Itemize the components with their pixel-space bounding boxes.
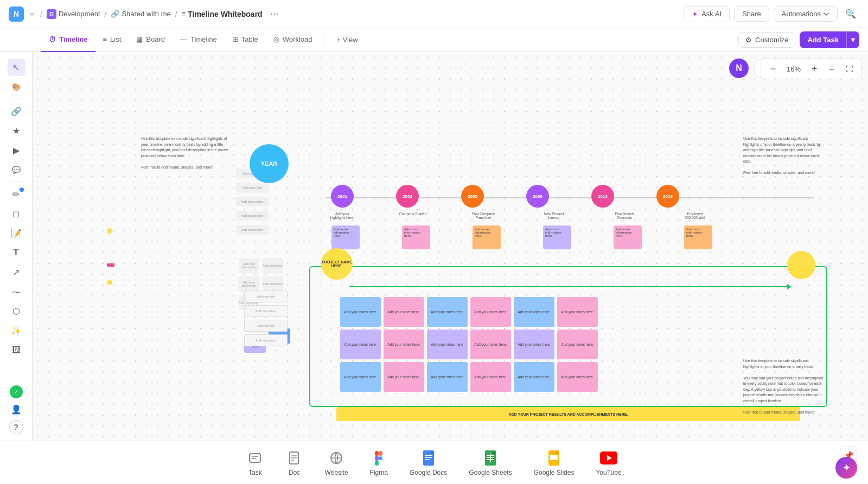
right-description-card-top: Use this template to include significant… — [743, 136, 825, 176]
year-2009: 2009 — [526, 185, 549, 208]
project-arrow-line — [349, 286, 789, 287]
bottom-item-google-docs[interactable]: Google Docs — [410, 449, 447, 476]
tab-list[interactable]: ≡ List — [95, 28, 129, 52]
google-sheets-label: Google Sheets — [469, 469, 512, 476]
ai-brush-tool[interactable]: 🎨 — [8, 78, 25, 95]
info-cards-row: Add more information here. Add more info… — [331, 225, 712, 249]
website-label: Website — [324, 469, 348, 476]
left-description-card: Use this template to include significant… — [141, 136, 228, 170]
arrow-tool[interactable]: ↗ — [8, 263, 25, 281]
topbar: N / D Development / 🔗 Shared with me / ≡… — [0, 0, 868, 28]
breadcrumb-shared[interactable]: 🔗 Shared with me — [111, 10, 170, 18]
cursor-tool[interactable]: ↖ — [8, 59, 25, 76]
tab-board[interactable]: ▦ Board — [129, 28, 173, 52]
yellow-indicator2 — [107, 280, 112, 285]
nav-divider — [324, 35, 324, 46]
google-docs-label: Google Docs — [410, 469, 447, 476]
pen-tool[interactable]: ✏ — [8, 185, 25, 203]
website-icon — [328, 449, 345, 467]
google-slides-label: Google Slides — [534, 469, 575, 476]
yellow-circle — [787, 251, 815, 279]
sticky-note: Add your notes here. — [384, 330, 424, 359]
zoom-fit-button[interactable]: ↔ — [824, 61, 839, 76]
bottom-item-figma[interactable]: Figma — [370, 449, 388, 476]
more-options-button[interactable]: ··· — [267, 7, 282, 22]
bottom-item-doc[interactable]: Doc — [285, 449, 303, 476]
sticky-note: Add your notes here. — [557, 362, 598, 392]
workspace-avatar[interactable]: N — [9, 7, 24, 22]
add-view-button[interactable]: + View — [329, 28, 365, 52]
task-icon — [246, 449, 264, 467]
sticky-note: Add your notes here. — [427, 330, 468, 359]
tab-table[interactable]: ⊞ Table — [225, 28, 266, 52]
add-task-dropdown-arrow[interactable]: ▾ — [846, 31, 859, 48]
svg-rect-15 — [425, 457, 432, 458]
bottom-item-google-slides[interactable]: Google Slides — [534, 449, 575, 476]
milestone-labels: Add your highlights here. Company Starte… — [328, 212, 709, 220]
year-2003: 2003 — [396, 185, 419, 208]
add-task-button[interactable]: Add Task ▾ — [800, 31, 859, 48]
svg-rect-0 — [250, 454, 260, 462]
left-small-boxes: Add your title Add description Add your … — [244, 291, 288, 346]
tab-timeline2[interactable]: — Timeline — [173, 28, 225, 52]
sticky-tool[interactable]: 📝 — [8, 224, 25, 242]
play-tool[interactable]: ▶ — [8, 141, 25, 159]
svg-rect-10 — [375, 456, 379, 461]
connector-tool[interactable]: ⁓ — [8, 283, 25, 300]
shape-tool[interactable]: ◻ — [8, 205, 25, 222]
zoom-out-button[interactable]: − — [765, 61, 781, 76]
canvas-area[interactable]: N ℹ − 16% + ↔ ⛶ Use this template to inc… — [33, 52, 868, 441]
bottom-item-website[interactable]: Website — [324, 449, 348, 476]
automations-button[interactable]: Automations — [774, 6, 838, 22]
svg-rect-16 — [425, 459, 430, 460]
figma-label: Figma — [370, 469, 388, 476]
sticky-note: Add your notes here. — [384, 297, 424, 327]
sparkle-button[interactable]: ✦ — [835, 457, 857, 479]
ai-star-icon: ✦ — [692, 10, 698, 18]
google-docs-icon — [420, 449, 437, 467]
youtube-icon — [600, 449, 617, 467]
svg-rect-11 — [375, 461, 379, 466]
star-tool[interactable]: ★ — [8, 122, 25, 139]
image-tool[interactable]: 🖼 — [8, 341, 25, 359]
customize-button[interactable]: ⚙ Customize — [738, 32, 795, 48]
search-button[interactable]: 🔍 — [842, 5, 859, 23]
share-button[interactable]: Share — [734, 6, 769, 22]
zoom-fullscreen-button[interactable]: ⛶ — [841, 61, 857, 76]
breadcrumb-development[interactable]: D Development — [47, 9, 100, 19]
sticky-note: Add your notes here. — [384, 362, 424, 392]
sticky-note: Add your notes here. — [427, 362, 468, 392]
svg-rect-23 — [550, 455, 558, 460]
doc-label: Doc — [289, 469, 300, 476]
help-button[interactable]: ? — [9, 420, 23, 434]
team-button[interactable]: 👤 — [8, 401, 25, 418]
navigation-bar: ⏱ Timeline ≡ List ▦ Board — Timeline ⊞ T… — [0, 28, 868, 52]
sticky-note: Add your notes here. — [470, 297, 511, 327]
year-2019: 2019 — [656, 185, 679, 208]
text-tool[interactable]: T — [8, 244, 25, 261]
tool-separator2 — [10, 182, 23, 182]
topbar-left: N / D Development / 🔗 Shared with me / ≡… — [9, 7, 679, 22]
tab-timeline[interactable]: ⏱ Timeline — [41, 28, 95, 52]
arrow-head — [787, 284, 792, 289]
tab-workload[interactable]: ◎ Workload — [266, 28, 320, 52]
right-description-card-bottom: Use this template to include significant… — [743, 358, 825, 415]
tool-separator — [10, 99, 23, 99]
bottom-item-youtube[interactable]: YouTube — [596, 449, 621, 476]
link-tool[interactable]: 🔗 — [8, 102, 25, 120]
magic-tool[interactable]: ✨ — [8, 322, 25, 339]
ask-ai-button[interactable]: ✦ Ask AI — [684, 6, 730, 22]
diagram-tool[interactable]: ⬡ — [8, 302, 25, 320]
canvas-user-avatar: N — [729, 59, 749, 78]
breadcrumb-whiteboard[interactable]: ≡ Timeline Whiteboard — [182, 10, 263, 18]
zoom-in-button[interactable]: + — [807, 61, 822, 76]
chevron-down-icon — [823, 11, 829, 17]
year-2013: 2013 — [591, 185, 614, 208]
sticky-note: Add your notes here. — [514, 362, 554, 392]
bottom-item-google-sheets[interactable]: Google Sheets — [469, 449, 512, 476]
task-label: Task — [248, 469, 262, 476]
sticky-note: Add your notes here. — [514, 297, 554, 327]
bottom-item-task[interactable]: Task — [246, 449, 264, 476]
chat-tool[interactable]: 💬 — [8, 161, 25, 178]
status-indicator[interactable]: ✓ — [10, 385, 23, 398]
